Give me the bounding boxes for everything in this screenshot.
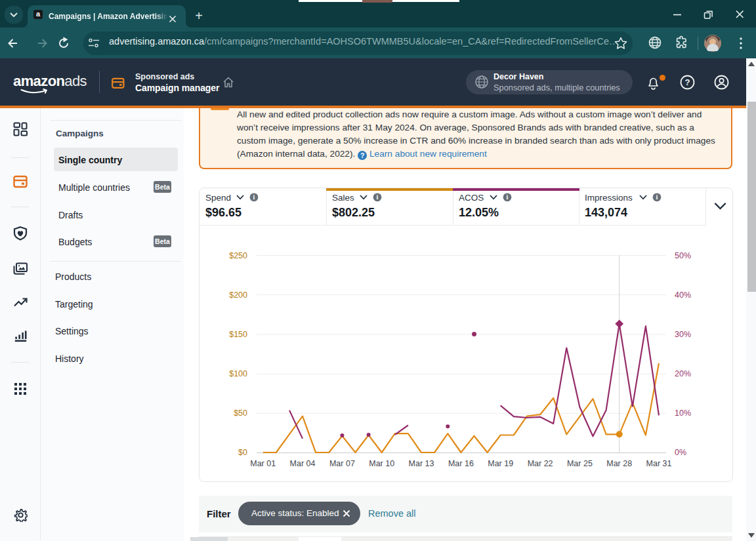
- svg-text:30%: 30%: [675, 330, 691, 339]
- svg-text:0%: 0%: [675, 448, 686, 457]
- svg-text:Mar 28: Mar 28: [606, 459, 632, 468]
- svg-text:Mar 31: Mar 31: [646, 459, 672, 468]
- svg-text:Mar 07: Mar 07: [329, 459, 355, 468]
- svg-text:Mar 10: Mar 10: [369, 459, 394, 468]
- svg-text:i: i: [656, 193, 658, 201]
- svg-text:40%: 40%: [675, 291, 691, 300]
- svg-text:Mar 19: Mar 19: [488, 459, 513, 468]
- svg-text:$100: $100: [229, 369, 247, 378]
- svg-text:?: ?: [685, 77, 690, 87]
- svg-text:Mar 25: Mar 25: [567, 459, 593, 468]
- svg-text:50%: 50%: [675, 251, 691, 260]
- svg-text:$250: $250: [229, 251, 247, 260]
- svg-text:Mar 22: Mar 22: [528, 459, 553, 468]
- svg-text:i: i: [377, 193, 379, 201]
- svg-text:Mar 16: Mar 16: [448, 459, 474, 468]
- svg-text:i: i: [507, 193, 509, 201]
- svg-text:$0: $0: [238, 448, 247, 457]
- svg-text:i: i: [253, 193, 255, 201]
- svg-text:Mar 13: Mar 13: [409, 459, 434, 468]
- svg-text:$50: $50: [234, 409, 247, 418]
- svg-text:$200: $200: [229, 291, 247, 300]
- svg-text:20%: 20%: [675, 369, 691, 378]
- svg-text:10%: 10%: [675, 409, 691, 418]
- svg-text:Mar 04: Mar 04: [290, 459, 316, 468]
- svg-text:Mar 01: Mar 01: [250, 459, 276, 468]
- svg-text:$150: $150: [229, 330, 247, 339]
